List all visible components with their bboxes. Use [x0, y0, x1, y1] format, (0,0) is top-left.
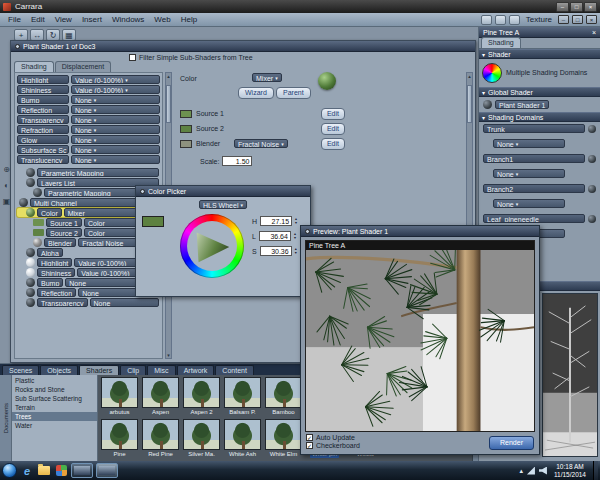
- channel-value-dropdown[interactable]: None: [71, 145, 160, 154]
- checkerboard-checkbox[interactable]: [306, 442, 313, 449]
- shader-tab[interactable]: Shading: [14, 61, 54, 72]
- panel-close-button[interactable]: ×: [586, 15, 597, 24]
- toolbar-icon-2[interactable]: [495, 15, 506, 25]
- browser-category[interactable]: Plastic: [12, 376, 97, 385]
- start-button[interactable]: [2, 463, 17, 478]
- shader-tab[interactable]: Displacement: [55, 61, 111, 72]
- menu-item[interactable]: Insert: [77, 15, 107, 24]
- scroll-down-icon[interactable]: ▾: [166, 352, 171, 358]
- menu-item[interactable]: Windows: [107, 15, 149, 24]
- scroll-thumb[interactable]: [166, 85, 171, 123]
- shader-section-header[interactable]: ▾ Shader: [479, 49, 600, 59]
- shading-domains-header[interactable]: ▾ Shading Domains: [479, 112, 600, 122]
- window-menu-icon[interactable]: [15, 44, 20, 49]
- domain-shader-dropdown[interactable]: None: [493, 169, 565, 178]
- tree-row[interactable]: Transparency None: [17, 298, 160, 307]
- toolbar-icon-1[interactable]: [481, 15, 492, 25]
- browser-tab[interactable]: Clip: [120, 365, 146, 375]
- browser-side-tab[interactable]: Documents: [0, 375, 12, 461]
- stepper-icon[interactable]: ▴▾: [295, 217, 297, 225]
- channel-value-dropdown[interactable]: Value (0-100%): [71, 85, 160, 94]
- channel-value-dropdown[interactable]: None: [71, 125, 160, 134]
- preview-viewport[interactable]: Pine Tree A: [305, 240, 535, 432]
- shader-thumbnail[interactable]: White Elm: [263, 419, 304, 461]
- ie-icon[interactable]: e: [20, 464, 34, 477]
- scroll-up-icon[interactable]: ▴: [166, 73, 171, 79]
- shader-window-titlebar[interactable]: Plant Shader 1 of Doc3: [11, 41, 475, 52]
- channel-value-dropdown[interactable]: None: [71, 95, 160, 104]
- show-desktop-button[interactable]: [593, 461, 598, 480]
- picker-mode-dropdown[interactable]: HLS Wheel: [199, 200, 247, 209]
- color-field-input[interactable]: 30.36: [260, 246, 292, 256]
- browser-tab[interactable]: Content: [215, 365, 254, 375]
- tree-node-type[interactable]: None: [90, 298, 159, 307]
- shader-thumbnail[interactable]: White Ash: [222, 419, 263, 461]
- preview-titlebar[interactable]: Preview: Plant Shader 1: [301, 226, 539, 237]
- edit-button[interactable]: Edit: [321, 138, 345, 150]
- browser-tab[interactable]: Scenes: [2, 365, 39, 375]
- menu-item[interactable]: Help: [176, 15, 202, 24]
- channel-value-dropdown[interactable]: None: [71, 115, 160, 124]
- blender-type-dropdown[interactable]: Fractal Noise: [234, 139, 288, 148]
- stepper-icon[interactable]: ▴▾: [295, 247, 297, 255]
- shader-thumbnail[interactable]: Pine: [99, 419, 140, 461]
- shader-thumbnail[interactable]: Balsam P.: [222, 377, 263, 419]
- menu-item[interactable]: View: [50, 15, 77, 24]
- shader-thumbnail[interactable]: arbutus: [99, 377, 140, 419]
- stepper-icon[interactable]: ▴▾: [294, 232, 296, 240]
- channel-value-dropdown[interactable]: None: [71, 155, 160, 164]
- panel-restore-button[interactable]: □: [572, 15, 583, 24]
- taskbar-clock[interactable]: 10:18 AM 11/15/2014: [551, 463, 589, 479]
- browser-tab[interactable]: Objects: [40, 365, 78, 375]
- render-button[interactable]: Render: [489, 436, 534, 450]
- domain-shader-dropdown[interactable]: None: [493, 199, 565, 208]
- source-color-swatch[interactable]: [180, 125, 192, 133]
- channel-value-dropdown[interactable]: None: [71, 135, 160, 144]
- scroll-up-icon[interactable]: ▴: [467, 73, 472, 79]
- tray-network-icon[interactable]: [527, 467, 535, 475]
- edit-button[interactable]: Edit: [321, 123, 345, 135]
- panel-minimize-button[interactable]: –: [558, 15, 569, 24]
- browser-tab[interactable]: Artwork: [177, 365, 215, 375]
- channel-value-dropdown[interactable]: Value (0-100%): [71, 75, 160, 84]
- domain-shader-dropdown[interactable]: None: [493, 139, 565, 148]
- global-shader-chip[interactable]: Plant Shader 1: [495, 100, 549, 109]
- maximize-button[interactable]: □: [570, 2, 583, 12]
- shader-thumbnail[interactable]: Aspen: [140, 377, 181, 419]
- media-app-icon[interactable]: [54, 464, 68, 477]
- edit-button[interactable]: Edit: [321, 108, 345, 120]
- explorer-folder-icon[interactable]: [37, 464, 51, 477]
- tree-node-type[interactable]: Parametric Mapping: [37, 168, 159, 177]
- toolbar-icon-3[interactable]: [509, 15, 520, 25]
- source-color-swatch[interactable]: [180, 140, 192, 148]
- browser-category[interactable]: Water: [12, 421, 97, 430]
- browser-category[interactable]: Sub Surface Scattering: [12, 394, 97, 403]
- browser-category[interactable]: Rocks and Stone: [12, 385, 97, 394]
- color-field-input[interactable]: 27.15: [260, 216, 292, 226]
- taskbar-app-button[interactable]: [71, 463, 93, 478]
- source-color-swatch[interactable]: [180, 110, 192, 118]
- scale-input[interactable]: 1.50: [222, 156, 252, 166]
- browser-tab[interactable]: Shaders: [79, 365, 119, 375]
- taskbar-app-button-active[interactable]: [96, 463, 118, 478]
- channel-value-dropdown[interactable]: None: [71, 105, 160, 114]
- menu-item[interactable]: Edit: [26, 15, 50, 24]
- global-shader-header[interactable]: ▾ Global Shader: [479, 87, 600, 97]
- browser-category[interactable]: Terrain: [12, 403, 97, 412]
- color-picker-titlebar[interactable]: Color Picker: [136, 186, 310, 197]
- scroll-thumb[interactable]: [467, 85, 472, 123]
- zoom-tool-icon[interactable]: ⊕: [3, 165, 10, 174]
- hue-wheel[interactable]: [180, 214, 244, 278]
- browser-category[interactable]: Trees: [12, 412, 97, 421]
- browser-tab[interactable]: Misc: [147, 365, 175, 375]
- menu-item[interactable]: File: [3, 15, 26, 24]
- display-mode-icon[interactable]: ◐: [4, 181, 9, 190]
- minimize-button[interactable]: –: [556, 2, 569, 12]
- panel-close-icon[interactable]: ×: [592, 29, 596, 36]
- shader-thumbnail[interactable]: Aspen 2: [181, 377, 222, 419]
- shader-type-dropdown[interactable]: Mixer: [252, 73, 282, 82]
- tree-row[interactable]: Parametric Mapping: [17, 168, 160, 177]
- close-button[interactable]: ×: [584, 2, 597, 12]
- wizard-button[interactable]: Wizard: [238, 87, 274, 99]
- shader-thumbnail[interactable]: Red Pine: [140, 419, 181, 461]
